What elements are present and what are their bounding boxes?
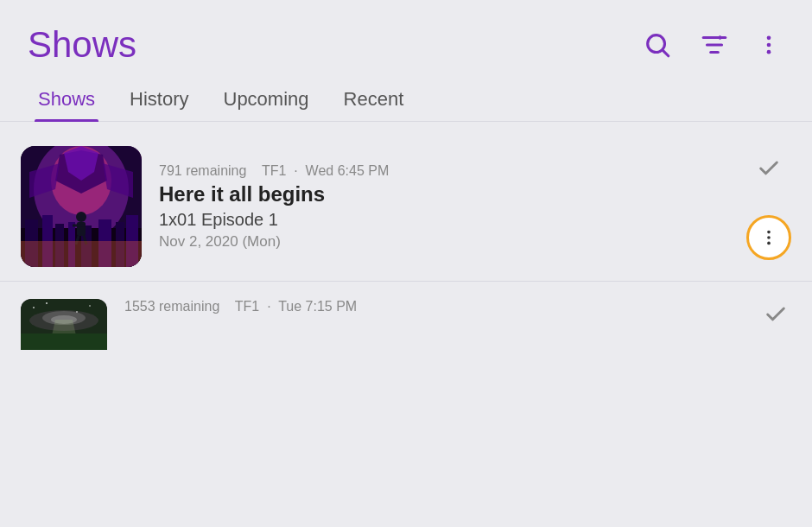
svg-point-6 xyxy=(767,43,771,48)
show-thumbnail xyxy=(21,299,107,350)
show-more-button[interactable] xyxy=(746,215,791,260)
show-remaining: 791 remaining xyxy=(159,163,246,178)
table-row: 791 remaining TF1 · Wed 6:45 PM Here it … xyxy=(0,132,812,281)
svg-point-7 xyxy=(767,50,771,54)
show-channel: TF1 xyxy=(262,163,286,178)
show-title: Here it all begins xyxy=(159,182,729,206)
thumbnail-art xyxy=(21,146,142,267)
show-thumbnail xyxy=(21,146,142,267)
svg-point-24 xyxy=(76,212,86,222)
tab-shows[interactable]: Shows xyxy=(21,79,112,121)
app-container: Shows xyxy=(0,0,812,527)
more-options-button[interactable] xyxy=(753,27,784,63)
filter-button[interactable] xyxy=(696,27,733,63)
svg-point-40 xyxy=(89,305,91,307)
show-episode: 1x01 Episode 1 xyxy=(159,210,729,230)
more-vertical-icon xyxy=(757,30,781,60)
header-actions xyxy=(639,27,784,63)
tab-upcoming[interactable]: Upcoming xyxy=(206,79,327,121)
checkmark-icon xyxy=(757,156,781,181)
more-vertical-icon xyxy=(759,228,778,247)
tab-recent[interactable]: Recent xyxy=(327,79,422,121)
svg-point-42 xyxy=(46,302,48,304)
search-button[interactable] xyxy=(639,27,676,63)
svg-point-32 xyxy=(767,242,771,245)
svg-rect-25 xyxy=(77,222,86,236)
show-info: 791 remaining TF1 · Wed 6:45 PM Here it … xyxy=(159,163,729,251)
show-schedule-2: Tue 7:15 PM xyxy=(278,299,357,314)
mark-watched-button-2[interactable] xyxy=(760,299,791,330)
show-channel-2: TF1 xyxy=(235,299,259,314)
show-meta-2: 1553 remaining TF1 · Tue 7:15 PM xyxy=(124,299,743,314)
mark-watched-button[interactable] xyxy=(753,153,784,184)
show-actions-2 xyxy=(760,299,791,330)
svg-rect-38 xyxy=(21,333,107,350)
show-schedule: Wed 6:45 PM xyxy=(306,163,390,178)
svg-point-41 xyxy=(76,311,78,313)
shows-list: 791 remaining TF1 · Wed 6:45 PM Here it … xyxy=(0,125,812,527)
search-icon xyxy=(643,30,672,60)
show-actions xyxy=(746,146,791,267)
svg-point-30 xyxy=(767,231,771,234)
svg-point-31 xyxy=(767,236,771,239)
svg-point-39 xyxy=(33,307,35,308)
thumbnail-art-2 xyxy=(21,299,107,350)
checkmark-icon-2 xyxy=(764,302,788,327)
table-row: 1553 remaining TF1 · Tue 7:15 PM xyxy=(0,281,812,350)
show-date: Nov 2, 2020 (Mon) xyxy=(159,233,729,251)
tabs-bar: Shows History Upcoming Recent xyxy=(0,79,812,122)
header: Shows xyxy=(0,0,812,79)
show-remaining-2: 1553 remaining xyxy=(124,299,219,314)
tab-history[interactable]: History xyxy=(112,79,206,121)
page-title: Shows xyxy=(28,24,136,66)
show-info-2: 1553 remaining TF1 · Tue 7:15 PM xyxy=(124,299,743,314)
show-meta: 791 remaining TF1 · Wed 6:45 PM xyxy=(159,163,729,179)
svg-point-5 xyxy=(767,36,771,41)
svg-rect-29 xyxy=(21,241,142,267)
svg-line-1 xyxy=(663,51,669,56)
filter-icon xyxy=(700,30,729,60)
